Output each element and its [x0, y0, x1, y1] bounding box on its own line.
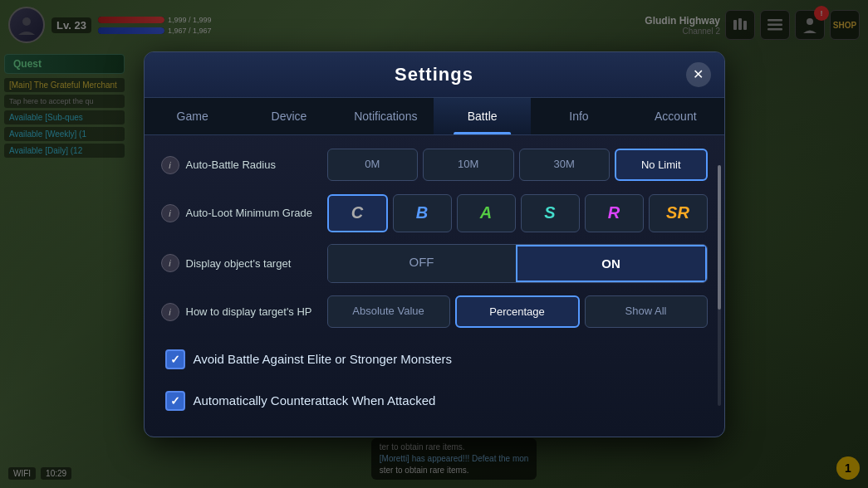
- hp-display-text: How to display target's HP: [186, 305, 312, 318]
- grade-sr-label: SR: [666, 203, 689, 222]
- scroll-thumb: [718, 165, 721, 310]
- grade-r-btn[interactable]: R: [585, 194, 644, 232]
- display-target-text: Display object's target: [186, 257, 292, 270]
- tab-info[interactable]: Info: [531, 98, 627, 134]
- display-target-on-btn[interactable]: ON: [516, 245, 707, 282]
- display-target-off-btn[interactable]: OFF: [328, 245, 516, 282]
- tab-device[interactable]: Device: [241, 98, 337, 134]
- hp-absolute-btn[interactable]: Absolute Value: [327, 295, 450, 328]
- display-target-row: i Display object's target OFF ON: [161, 244, 708, 283]
- display-target-toggle: OFF ON: [327, 244, 708, 283]
- tab-game[interactable]: Game: [145, 98, 241, 134]
- auto-counterattack-row: Automatically Counterattack When Attacke…: [161, 383, 708, 419]
- hp-display-options: Absolute Value Percentage Show All: [327, 295, 708, 328]
- auto-loot-grade-text: Auto-Loot Minimum Grade: [186, 207, 312, 219]
- grade-c-label: C: [351, 203, 363, 222]
- grade-b-label: B: [416, 203, 428, 222]
- tab-account[interactable]: Account: [627, 98, 723, 134]
- hp-display-info-icon[interactable]: i: [161, 303, 179, 321]
- auto-loot-grade-row: i Auto-Loot Minimum Grade C B A S: [161, 194, 708, 232]
- grade-c-btn[interactable]: C: [327, 194, 388, 232]
- modal-body: i Auto-Battle Radius 0M 10M 30M No Limit…: [145, 135, 724, 437]
- radius-0m-btn[interactable]: 0M: [327, 149, 419, 181]
- auto-battle-radius-text: Auto-Battle Radius: [186, 159, 276, 171]
- auto-loot-grade-info-icon[interactable]: i: [161, 204, 179, 222]
- auto-battle-radius-info-icon[interactable]: i: [161, 156, 179, 174]
- tab-battle[interactable]: Battle: [434, 98, 530, 134]
- grade-b-btn[interactable]: B: [393, 194, 452, 232]
- close-button[interactable]: ✕: [686, 62, 711, 87]
- grade-s-btn[interactable]: S: [521, 194, 580, 232]
- grade-sr-btn[interactable]: SR: [649, 194, 708, 232]
- tab-notifications[interactable]: Notifications: [337, 98, 434, 134]
- auto-loot-grade-label: i Auto-Loot Minimum Grade: [161, 204, 327, 222]
- grade-s-label: S: [544, 203, 555, 222]
- hp-display-label: i How to display target's HP: [161, 303, 327, 321]
- hp-display-row: i How to display target's HP Absolute Va…: [161, 295, 708, 329]
- grade-a-btn[interactable]: A: [457, 194, 516, 232]
- avoid-elite-label: Avoid Battle Against Elite or Stronger M…: [194, 352, 453, 366]
- settings-modal: Settings ✕ Game Device Notifications Bat…: [144, 51, 725, 437]
- auto-battle-radius-options: 0M 10M 30M No Limit: [327, 149, 708, 181]
- radius-30m-btn[interactable]: 30M: [519, 149, 611, 181]
- radius-no-limit-btn[interactable]: No Limit: [615, 149, 708, 181]
- avoid-elite-checkbox[interactable]: [165, 349, 185, 369]
- auto-battle-radius-row: i Auto-Battle Radius 0M 10M 30M No Limit: [161, 148, 708, 183]
- auto-counterattack-label: Automatically Counterattack When Attacke…: [194, 393, 436, 407]
- tabs-bar: Game Device Notifications Battle Info Ac…: [145, 98, 724, 135]
- scroll-indicator: [718, 165, 721, 406]
- hp-show-all-btn[interactable]: Show All: [585, 295, 708, 328]
- display-target-info-icon[interactable]: i: [161, 254, 179, 272]
- grade-r-label: R: [608, 203, 620, 222]
- auto-counterattack-checkbox[interactable]: [165, 391, 185, 411]
- avoid-elite-row: Avoid Battle Against Elite or Stronger M…: [161, 341, 708, 378]
- auto-loot-grade-options: C B A S R SR: [327, 194, 708, 232]
- hp-percentage-btn[interactable]: Percentage: [455, 295, 580, 328]
- auto-battle-radius-label: i Auto-Battle Radius: [161, 156, 327, 174]
- display-target-label: i Display object's target: [161, 254, 327, 272]
- modal-overlay: Settings ✕ Game Device Notifications Bat…: [0, 0, 868, 488]
- modal-header: Settings ✕: [145, 52, 724, 98]
- grade-a-label: A: [480, 203, 492, 222]
- modal-title: Settings: [395, 64, 473, 85]
- radius-10m-btn[interactable]: 10M: [423, 149, 514, 181]
